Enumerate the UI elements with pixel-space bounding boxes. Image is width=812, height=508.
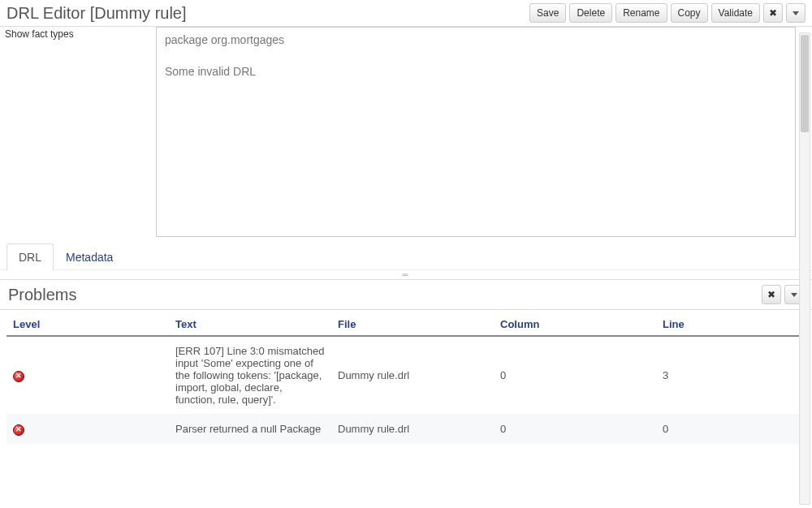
problems-table: Level Text File Column Line ✕ [ERR 107] … (6, 313, 806, 444)
vertical-splitter[interactable]: ═ (0, 269, 812, 279)
problems-header: Problems ✖ (0, 279, 812, 310)
cell-text: [ERR 107] Line 3:0 mismatched input 'Som… (169, 336, 331, 414)
chevron-down-icon (793, 11, 799, 15)
col-header-level[interactable]: Level (6, 313, 169, 336)
col-header-text[interactable]: Text (169, 313, 331, 336)
show-fact-types-link[interactable]: Show fact types (0, 27, 156, 237)
panel-menu-button[interactable] (786, 3, 806, 23)
drl-code-textarea[interactable] (156, 27, 796, 237)
table-header-row: Level Text File Column Line (6, 313, 806, 336)
tab-drl[interactable]: DRL (6, 243, 54, 270)
rename-button[interactable]: Rename (615, 3, 667, 23)
cell-file: Dummy rule.drl (331, 336, 494, 414)
delete-button[interactable]: Delete (569, 3, 612, 23)
col-header-file[interactable]: File (331, 313, 494, 336)
page-title: DRL Editor [Dummy rule] (6, 4, 529, 23)
error-icon: ✕ (13, 424, 24, 436)
close-problems-button[interactable]: ✖ (762, 285, 781, 304)
close-panel-button[interactable]: ✖ (763, 3, 783, 23)
cell-line: 3 (656, 336, 806, 414)
cell-column: 0 (494, 414, 656, 444)
editor-tabs: DRL Metadata (0, 237, 812, 269)
editor-body: Show fact types (0, 27, 812, 237)
cell-file: Dummy rule.drl (331, 414, 494, 444)
code-area-wrap (156, 27, 812, 237)
copy-button[interactable]: Copy (671, 3, 708, 23)
close-icon: ✖ (769, 7, 777, 19)
problems-title: Problems (8, 286, 762, 304)
header-actions: Save Delete Rename Copy Validate ✖ (529, 3, 806, 23)
chevron-down-icon (791, 293, 797, 297)
editor-header: DRL Editor [Dummy rule] Save Delete Rena… (0, 0, 812, 27)
tab-metadata[interactable]: Metadata (54, 243, 125, 270)
table-row[interactable]: ✕ Parser returned a null Package Dummy r… (6, 414, 806, 444)
close-icon: ✖ (767, 289, 775, 300)
validate-button[interactable]: Validate (711, 3, 760, 23)
cell-line: 0 (656, 414, 806, 444)
col-header-line[interactable]: Line (656, 313, 806, 336)
col-header-column[interactable]: Column (494, 313, 656, 336)
cell-level: ✕ (6, 336, 169, 414)
cell-text: Parser returned a null Package (169, 414, 331, 444)
error-icon: ✕ (13, 371, 24, 382)
table-row[interactable]: ✕ [ERR 107] Line 3:0 mismatched input 'S… (6, 336, 806, 414)
save-button[interactable]: Save (529, 3, 566, 23)
cell-column: 0 (494, 336, 656, 414)
cell-level: ✕ (6, 414, 169, 444)
